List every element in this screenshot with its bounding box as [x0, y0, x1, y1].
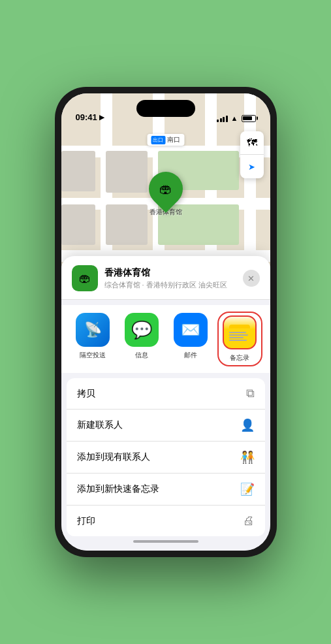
share-row: 📡 隔空投送 💬 信息 ✉️ 邮件 [61, 305, 270, 373]
new-contact-icon: 👤 [240, 418, 255, 432]
location-arrow-icon: ▶ [99, 114, 104, 121]
dynamic-island [136, 100, 195, 117]
stadium-marker: 🏟 香港体育馆 [149, 172, 183, 217]
action-new-contact[interactable]: 新建联系人 👤 [67, 410, 265, 442]
messages-label: 信息 [135, 351, 148, 360]
location-label: 出口 南口 [147, 134, 184, 146]
status-icons: ▲ [217, 114, 255, 122]
home-indicator [133, 540, 198, 543]
add-contact-icon: 🧑‍🤝‍🧑 [240, 450, 255, 464]
venue-header: 🏟 香港体育馆 综合体育馆 · 香港特别行政区 油尖旺区 ✕ [61, 256, 270, 300]
battery-icon [242, 115, 256, 122]
action-copy[interactable]: 拷贝 ⧉ [67, 378, 265, 410]
action-add-existing-contact[interactable]: 添加到现有联系人 🧑‍🤝‍🧑 [67, 442, 265, 474]
action-print-label: 打印 [77, 515, 95, 527]
phone-frame: 09:41 ▶ ▲ [55, 87, 277, 557]
action-new-contact-label: 新建联系人 [77, 419, 123, 431]
action-copy-label: 拷贝 [77, 388, 95, 400]
map-type-icon: 🗺 [247, 137, 257, 149]
venue-name: 香港体育馆 [104, 267, 236, 279]
notes-label: 备忘录 [230, 353, 249, 362]
bottom-sheet: 🏟 香港体育馆 综合体育馆 · 香港特别行政区 油尖旺区 ✕ 📡 隔空投送 [61, 256, 270, 551]
venue-subtitle: 综合体育馆 · 香港特别行政区 油尖旺区 [104, 280, 236, 290]
action-print[interactable]: 打印 🖨 [67, 506, 265, 536]
close-button[interactable]: ✕ [243, 270, 260, 287]
location-badge: 出口 [151, 136, 165, 144]
share-more[interactable]: ••• 更多 [268, 313, 270, 365]
map-controls: 🗺 ➤ [240, 131, 264, 178]
quick-note-icon: 📝 [240, 482, 255, 496]
stadium-pin-icon: 🏟 [159, 182, 172, 197]
venue-icon: 🏟 [72, 265, 98, 291]
print-icon: 🖨 [243, 514, 255, 528]
action-list: 拷贝 ⧉ 新建联系人 👤 添加到现有联系人 🧑‍🤝‍🧑 添加到新快速备忘录 📝 … [67, 378, 265, 536]
share-notes[interactable]: 备忘录 [219, 313, 261, 365]
location-button[interactable]: ➤ [240, 155, 264, 178]
airdrop-label: 隔空投送 [80, 351, 106, 360]
share-mail[interactable]: ✉️ 邮件 [170, 313, 212, 365]
map-type-button[interactable]: 🗺 [240, 131, 264, 155]
mail-icon: ✉️ [174, 313, 208, 347]
action-quick-note-label: 添加到新快速备忘录 [77, 483, 159, 495]
location-icon: ➤ [248, 162, 255, 172]
signal-bars-icon [217, 115, 228, 122]
action-add-quick-note[interactable]: 添加到新快速备忘录 📝 [67, 474, 265, 506]
copy-icon: ⧉ [246, 387, 255, 400]
messages-icon: 💬 [125, 313, 159, 347]
status-time: 09:41 ▶ [76, 112, 104, 122]
phone-screen: 09:41 ▶ ▲ [61, 93, 270, 551]
airdrop-icon: 📡 [76, 313, 110, 347]
share-airdrop[interactable]: 📡 隔空投送 [72, 313, 114, 365]
notes-icon [223, 315, 257, 349]
wifi-icon: ▲ [231, 114, 238, 122]
mail-label: 邮件 [184, 351, 197, 360]
action-add-existing-label: 添加到现有联系人 [77, 451, 150, 463]
share-messages[interactable]: 💬 信息 [121, 313, 163, 365]
